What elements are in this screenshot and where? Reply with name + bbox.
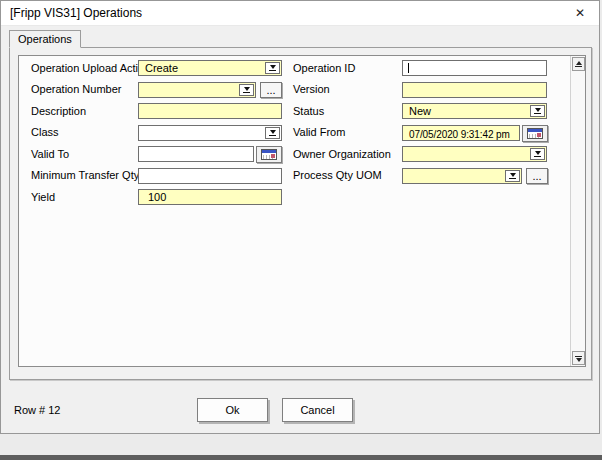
dropdown-arrow-icon: [510, 173, 516, 177]
calendar-icon-header: [262, 150, 276, 153]
label-yield: Yield: [31, 191, 55, 203]
valid-from-calendar-button[interactable]: [522, 125, 548, 142]
cancel-button[interactable]: Cancel: [282, 398, 353, 422]
dropdown-arrow-icon: [270, 65, 276, 69]
yield-input[interactable]: 100: [138, 189, 282, 205]
arrow-up-icon: [576, 61, 582, 65]
label-owner-organization: Owner Organization: [293, 148, 391, 160]
calendar-icon-header: [528, 129, 542, 132]
combo-value: New: [409, 105, 431, 118]
vertical-scrollbar[interactable]: [570, 56, 585, 366]
process-qty-uom-combo[interactable]: [402, 168, 522, 184]
arrow-up-bar: [575, 66, 582, 67]
label-valid-from: Valid From: [293, 126, 345, 138]
label-minimum-transfer-qty: Minimum Transfer Qty: [31, 169, 139, 181]
dropdown-arrow-bar: [534, 113, 541, 114]
scrollbar-track[interactable]: [571, 72, 585, 350]
form-scroll-area: [18, 55, 586, 367]
calendar-icon: [527, 128, 543, 139]
tab-operations[interactable]: Operations: [9, 30, 81, 48]
label-operation-id: Operation ID: [293, 62, 355, 74]
label-description: Description: [31, 105, 86, 117]
label-status: Status: [293, 105, 324, 117]
scroll-down-button[interactable]: [572, 351, 585, 365]
process-qty-uom-browse-button[interactable]: ...: [526, 168, 548, 184]
dropdown-button[interactable]: [239, 84, 254, 96]
label-valid-to: Valid To: [31, 148, 69, 160]
operation-number-combo[interactable]: [138, 82, 256, 98]
label-operation-upload-action: Operation Upload Action: [31, 62, 150, 74]
owner-organization-combo[interactable]: [402, 146, 547, 162]
operations-dialog: [Fripp VIS31] Operations ✕ Operations Op…: [0, 0, 600, 434]
calendar-icon-dot: [537, 133, 541, 137]
description-input[interactable]: [138, 103, 282, 119]
background-bar: [0, 455, 602, 460]
arrow-down-bar: [575, 356, 582, 357]
screen: [Fripp VIS31] Operations ✕ Operations Op…: [0, 0, 602, 460]
dropdown-arrow-bar: [269, 70, 276, 71]
tab-label: Operations: [18, 33, 72, 45]
calendar-icon-dot: [271, 154, 275, 158]
valid-to-calendar-button[interactable]: [256, 146, 282, 163]
combo-value: Create: [145, 62, 178, 75]
operation-number-browse-button[interactable]: ...: [260, 82, 282, 98]
dropdown-button[interactable]: [265, 127, 280, 139]
field-value: 100: [148, 191, 166, 204]
close-icon[interactable]: ✕: [571, 1, 589, 26]
dropdown-arrow-icon: [535, 108, 541, 112]
text-caret: [408, 63, 409, 73]
label-process-qty-uom: Process Qty UOM: [293, 169, 382, 181]
dropdown-button[interactable]: [530, 105, 545, 117]
dropdown-button[interactable]: [505, 170, 520, 182]
operation-upload-action-combo[interactable]: Create: [138, 60, 282, 76]
titlebar: [Fripp VIS31] Operations ✕: [1, 1, 599, 26]
valid-to-input[interactable]: [138, 146, 254, 162]
dropdown-arrow-bar: [509, 178, 516, 179]
row-indicator: Row # 12: [14, 404, 60, 416]
status-combo[interactable]: New: [402, 103, 547, 119]
ok-button[interactable]: Ok: [197, 398, 268, 422]
field-value: 07/05/2020 9:31:42 pm: [409, 128, 510, 141]
scroll-up-button[interactable]: [572, 57, 585, 71]
operation-id-input[interactable]: [402, 60, 547, 76]
dropdown-button[interactable]: [530, 148, 545, 160]
dropdown-button[interactable]: [265, 62, 280, 74]
dropdown-arrow-bar: [534, 156, 541, 157]
minimum-transfer-qty-input[interactable]: [138, 168, 282, 184]
version-input[interactable]: [402, 82, 547, 98]
label-operation-number: Operation Number: [31, 83, 122, 95]
dropdown-arrow-icon: [535, 151, 541, 155]
class-combo[interactable]: [138, 125, 282, 141]
window-title: [Fripp VIS31] Operations: [10, 1, 142, 26]
dropdown-arrow-bar: [243, 92, 250, 93]
arrow-down-icon: [576, 358, 582, 362]
valid-from-input[interactable]: 07/05/2020 9:31:42 pm: [402, 125, 520, 141]
dropdown-arrow-bar: [269, 135, 276, 136]
dropdown-arrow-icon: [244, 87, 250, 91]
label-version: Version: [293, 83, 330, 95]
calendar-icon: [261, 149, 277, 160]
dropdown-arrow-icon: [270, 130, 276, 134]
label-class: Class: [31, 126, 59, 138]
